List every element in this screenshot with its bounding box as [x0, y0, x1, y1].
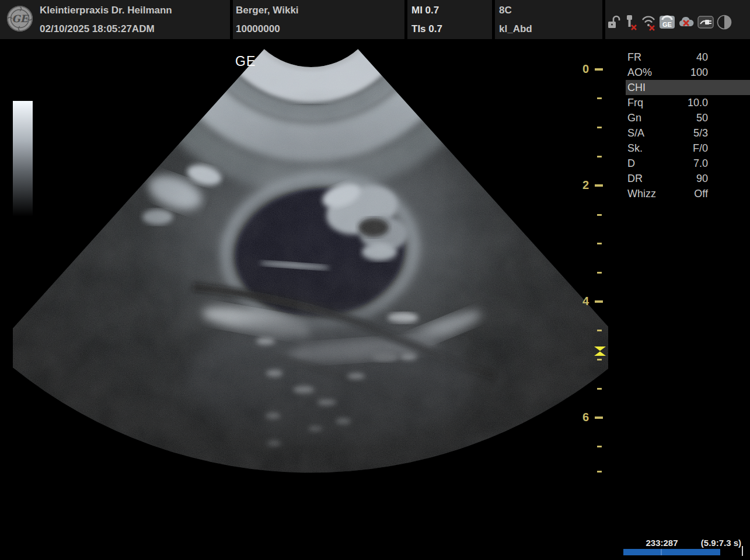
depth-label: 2: [574, 178, 589, 192]
cine-frame-counter: 233:287: [623, 538, 700, 548]
depth-label: 0: [574, 62, 589, 76]
cine-progress-notch: [661, 549, 662, 555]
depth-label: 4: [574, 295, 589, 308]
param-label: FR: [626, 51, 641, 64]
param-value: 7.0: [693, 158, 750, 170]
cine-cursor[interactable]: [742, 546, 743, 556]
param-value: 50: [696, 112, 750, 124]
depth-tick-minor: [597, 446, 602, 447]
facility-name: Kleintierpraxis Dr. Heilmann: [40, 5, 172, 16]
param-row-sk: Sk. F/0: [626, 141, 750, 156]
param-row-fr: FR 40: [626, 50, 750, 65]
contrast-icon: [717, 15, 732, 30]
unlock-icon: [607, 14, 621, 30]
param-row-sa: S/A 5/3: [626, 125, 750, 141]
param-value: 100: [690, 66, 750, 79]
depth-tick-minor: [597, 127, 602, 128]
grayscale-bar: [13, 101, 33, 216]
depth-tick-minor: [597, 156, 602, 158]
param-row-d: D 7.0: [626, 156, 750, 171]
power-plug-icon: [697, 16, 714, 29]
param-value: 90: [696, 173, 750, 185]
probe-name: 8C: [499, 5, 512, 16]
cine-time-range: (5.9:7.3 s): [701, 538, 741, 548]
depth-tick-minor: [597, 471, 602, 473]
mi-value: MI 0.7: [411, 5, 439, 16]
param-value: Off: [694, 188, 750, 200]
depth-tick-minor: [597, 97, 602, 99]
svg-text:GE: GE: [662, 21, 672, 28]
divider: [492, 0, 495, 39]
tis-value: TIs 0.7: [411, 23, 442, 35]
param-row-ao: AO% 100: [626, 65, 750, 80]
param-value: F/0: [693, 142, 750, 155]
param-label: Frq: [626, 97, 643, 109]
depth-tick-major: [595, 184, 603, 187]
cloud-off-icon: [678, 14, 695, 30]
param-label: Gn: [626, 112, 641, 124]
depth-tick-minor: [597, 243, 602, 244]
divider: [230, 0, 233, 39]
svg-text:GE: GE: [12, 13, 30, 24]
param-label: S/A: [626, 127, 644, 139]
divider: [404, 0, 407, 39]
param-label: DR: [626, 173, 643, 185]
param-row-chi: CHI: [626, 80, 750, 95]
param-row-dr: DR 90: [626, 171, 750, 186]
param-row-gn: Gn 50: [626, 110, 750, 125]
cine-progress-bar[interactable]: [623, 549, 720, 555]
param-label: D: [626, 158, 635, 170]
ge-remote-icon: GE: [659, 14, 675, 30]
param-value: 10.0: [688, 97, 750, 109]
cine-info: 233:287 (5.9:7.3 s): [623, 538, 742, 548]
exam-datetime: 02/10/2025 18:05:27ADM: [40, 23, 155, 35]
depth-tick-minor: [597, 388, 602, 390]
depth-tick-major: [595, 68, 603, 71]
image-vendor-label: GE: [235, 54, 256, 69]
ge-logo-icon: GE: [6, 5, 33, 32]
depth-tick-minor: [597, 359, 602, 360]
param-label: CHI: [626, 82, 646, 94]
param-label: AO%: [626, 66, 652, 79]
depth-tick-major: [595, 416, 603, 419]
status-icon-row: GE: [607, 12, 732, 32]
top-info-bar: GE Kleintierpraxis Dr. Heilmann 02/10/20…: [0, 0, 750, 41]
depth-tick-major: [595, 300, 603, 303]
patient-id: 10000000: [236, 23, 280, 35]
param-value: 40: [696, 51, 750, 64]
depth-label: 6: [574, 411, 589, 424]
param-label: Whizz: [626, 188, 656, 200]
depth-tick-minor: [597, 330, 602, 331]
param-row-whizz: Whizz Off: [626, 186, 750, 201]
divider: [602, 0, 605, 39]
depth-tick-minor: [597, 272, 602, 274]
depth-tick-minor: [597, 214, 602, 216]
patient-name: Berger, Wikki: [236, 5, 299, 16]
param-list: FR 40 AO% 100 CHI Frq 10.0 Gn 50 S/A 5/3…: [626, 50, 750, 201]
preset-name: kl_Abd: [499, 23, 532, 35]
probe-disconnected-icon: [624, 13, 638, 31]
param-value: 5/3: [693, 127, 750, 139]
param-row-frq: Frq 10.0: [626, 95, 750, 110]
wifi-off-icon: [641, 13, 656, 31]
param-label: Sk.: [626, 142, 643, 155]
focus-position-marker[interactable]: [593, 346, 607, 356]
